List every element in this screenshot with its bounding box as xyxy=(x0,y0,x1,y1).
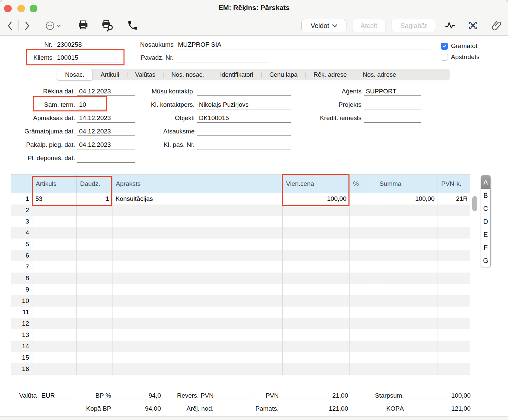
cell-summa[interactable] xyxy=(376,261,438,273)
tab-artikuli[interactable]: Artikuli xyxy=(93,69,128,80)
bp-pct-value[interactable]: 94,0 xyxy=(113,391,163,400)
column-header-summa[interactable]: Summa xyxy=(376,175,438,193)
apmaksas-dat-input[interactable]: 14.12.2023 xyxy=(77,113,135,123)
cell-pct[interactable] xyxy=(349,250,376,261)
cell-vien-cena[interactable] xyxy=(282,307,349,318)
cell-pvn-k[interactable] xyxy=(438,352,470,363)
column-header-artikuls[interactable]: Artikuls xyxy=(32,175,76,193)
zoom-window-button[interactable] xyxy=(30,5,37,12)
cell-artikuls[interactable] xyxy=(32,363,76,375)
gramatot-checkbox[interactable]: Grāmatot xyxy=(441,42,477,50)
agents-input[interactable]: SUPPORT xyxy=(364,87,421,96)
pamats-value[interactable]: 121,00 xyxy=(281,404,350,413)
nosaukums-input[interactable]: MUZPROF SIA xyxy=(176,40,431,49)
cell-summa[interactable] xyxy=(376,250,438,261)
kopa-bp-value[interactable]: 94,00 xyxy=(113,404,163,413)
cell-artikuls[interactable] xyxy=(32,216,76,227)
tab-cenu-lapa[interactable]: Cenu lapa xyxy=(261,69,305,80)
cell-vien-cena[interactable] xyxy=(282,239,349,250)
back-icon[interactable] xyxy=(6,21,13,31)
cell-summa[interactable] xyxy=(376,216,438,227)
vertical-scrollbar-thumb[interactable] xyxy=(472,196,477,211)
cell-daudz[interactable] xyxy=(76,239,112,250)
cell-artikuls[interactable]: 53 xyxy=(32,193,76,204)
cell-apraksts[interactable]: Konsultācijas xyxy=(112,193,282,204)
cell-daudz[interactable] xyxy=(76,341,112,352)
row-number-cell[interactable]: 4 xyxy=(11,227,32,239)
close-window-button[interactable] xyxy=(4,5,12,12)
letter-tab-G[interactable]: G xyxy=(481,254,490,267)
cell-vien-cena[interactable] xyxy=(282,250,349,261)
cell-pvn-k[interactable] xyxy=(438,329,470,341)
cell-summa[interactable] xyxy=(376,295,438,307)
cell-apraksts[interactable] xyxy=(112,352,282,363)
cell-vien-cena[interactable] xyxy=(282,318,349,329)
cell-pvn-k[interactable] xyxy=(438,227,470,239)
cell-summa[interactable] xyxy=(376,239,438,250)
cell-summa[interactable] xyxy=(376,227,438,239)
row-number-cell[interactable]: 2 xyxy=(11,204,32,216)
cell-pct[interactable] xyxy=(349,204,376,216)
cell-pvn-k[interactable] xyxy=(438,204,470,216)
row-number-cell[interactable]: 7 xyxy=(11,261,32,273)
cell-artikuls[interactable] xyxy=(32,239,76,250)
cell-vien-cena[interactable] xyxy=(282,341,349,352)
tab-valutas[interactable]: Valūtas xyxy=(127,69,163,80)
tab-nos-adrese[interactable]: Nos. adrese xyxy=(355,69,404,80)
cell-summa[interactable] xyxy=(376,318,438,329)
cell-summa[interactable] xyxy=(376,307,438,318)
tab-nos-nosac[interactable]: Nos. nosac. xyxy=(163,69,212,80)
cell-pvn-k[interactable]: 21R xyxy=(438,193,470,204)
cell-pct[interactable] xyxy=(349,341,376,352)
cell-apraksts[interactable] xyxy=(112,295,282,307)
cell-vien-cena[interactable] xyxy=(282,273,349,284)
cell-apraksts[interactable] xyxy=(112,261,282,273)
cell-daudz[interactable] xyxy=(76,204,112,216)
cell-daudz[interactable] xyxy=(76,273,112,284)
letter-tab-A[interactable]: A xyxy=(481,175,490,189)
cell-pct[interactable] xyxy=(349,363,376,375)
cell-apraksts[interactable] xyxy=(112,341,282,352)
phone-icon[interactable] xyxy=(126,19,139,32)
cell-vien-cena[interactable] xyxy=(282,261,349,273)
cell-apraksts[interactable] xyxy=(112,363,282,375)
nr-input[interactable]: 2300258 xyxy=(55,40,124,49)
cell-apraksts[interactable] xyxy=(112,329,282,341)
cell-daudz[interactable] xyxy=(76,284,112,295)
column-header-daudz[interactable]: Daudz. xyxy=(76,175,112,193)
print-preview-icon[interactable] xyxy=(100,19,114,32)
tab-identifikatori[interactable]: Identifikatori xyxy=(212,69,261,80)
cell-pvn-k[interactable] xyxy=(438,250,470,261)
cell-summa[interactable] xyxy=(376,352,438,363)
cell-apraksts[interactable] xyxy=(112,250,282,261)
tab-nosac[interactable]: Nosac. xyxy=(57,69,93,81)
cell-pct[interactable] xyxy=(349,352,376,363)
cell-pct[interactable] xyxy=(349,216,376,227)
cell-pct[interactable] xyxy=(349,239,376,250)
cell-artikuls[interactable] xyxy=(32,318,76,329)
cell-apraksts[interactable] xyxy=(112,307,282,318)
cell-daudz[interactable] xyxy=(76,227,112,239)
cell-pct[interactable] xyxy=(349,227,376,239)
print-icon[interactable] xyxy=(77,19,89,31)
cell-pct[interactable] xyxy=(349,318,376,329)
cell-pct[interactable] xyxy=(349,329,376,341)
save-button[interactable]: Saglabāt xyxy=(391,19,436,32)
rekina-dat-input[interactable]: 04.12.2023 xyxy=(77,87,135,96)
cell-apraksts[interactable] xyxy=(112,204,282,216)
cell-artikuls[interactable] xyxy=(32,284,76,295)
cell-pct[interactable] xyxy=(349,193,376,204)
tab-rek-adrese[interactable]: Rēķ. adrese xyxy=(305,69,355,80)
cell-daudz[interactable] xyxy=(76,329,112,341)
expand-icon[interactable] xyxy=(468,20,478,30)
cell-artikuls[interactable] xyxy=(32,261,76,273)
kredit-iemesls-input[interactable] xyxy=(364,113,421,123)
cell-artikuls[interactable] xyxy=(32,329,76,341)
cell-pvn-k[interactable] xyxy=(438,363,470,375)
pakalp-pieg-dat-input[interactable]: 04.12.2023 xyxy=(77,140,135,149)
objekti-input[interactable]: DK100015 xyxy=(197,113,291,123)
cell-artikuls[interactable] xyxy=(32,273,76,284)
cell-pvn-k[interactable] xyxy=(438,341,470,352)
column-header-vien-cena[interactable]: Vien.cena xyxy=(282,175,349,193)
pvn-value[interactable]: 21,00 xyxy=(281,391,350,400)
